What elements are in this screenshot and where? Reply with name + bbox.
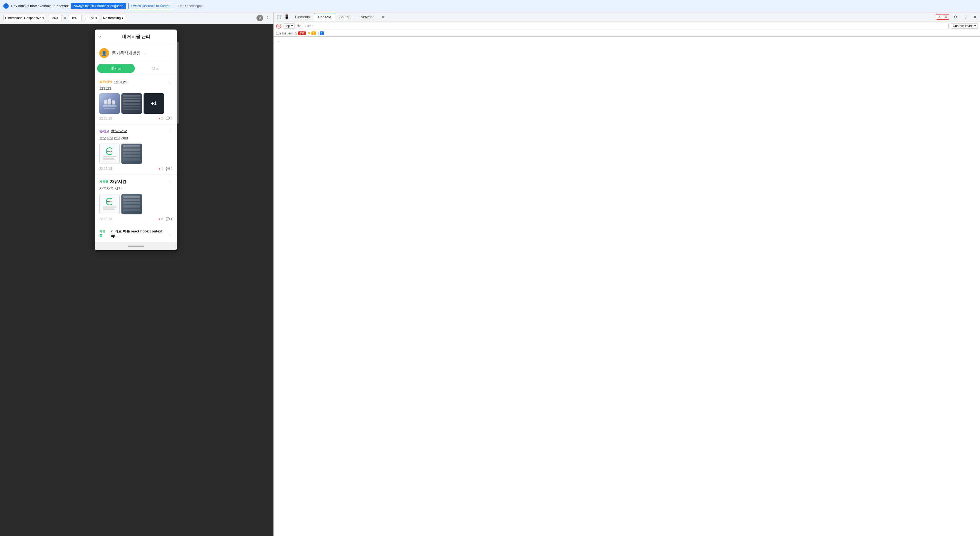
post-item: 질문/답변 123123 ⋮ 123123: [95, 75, 177, 124]
devtools-tab-bar: ⬚ 📱 Elements Console Sources Network » ⚠…: [274, 12, 980, 22]
tab-console[interactable]: Console: [314, 13, 335, 21]
post-image-chart2: 100%: [99, 194, 120, 215]
mobile-frame-wrapper: ‹ 내 게시물 관리 👤 동거동락개발팀 › 게시글 댓글: [95, 30, 178, 250]
post-images: 100%: [99, 194, 173, 215]
post-date: 22.10.13: [99, 217, 112, 221]
device-toolbar-icon[interactable]: 📱: [283, 13, 291, 21]
post-title: 리액트 이론 react hook context ap…: [111, 229, 168, 238]
throttle-select[interactable]: No throttling ▾: [101, 15, 126, 21]
inspect-element-icon[interactable]: ⬚: [275, 13, 282, 21]
post-title-row: 질문/답변 123123: [99, 80, 168, 84]
dimension-separator: ×: [64, 16, 66, 20]
match-language-button[interactable]: Always match Chrome's language: [71, 3, 126, 9]
comments-stat: 💬 0: [166, 116, 173, 120]
height-input[interactable]: [68, 15, 82, 21]
zoom-label: 100%: [86, 16, 94, 20]
post-more-button[interactable]: ⋮: [168, 79, 173, 85]
console-filter-input[interactable]: [303, 23, 949, 29]
levels-dropdown-icon: ▾: [974, 24, 976, 28]
profile-name: 동거동락개발팀: [112, 51, 140, 56]
post-footer: 22.10.13 ♥ 1 💬 0: [99, 167, 173, 171]
issues-label: 139 Issues:: [276, 32, 293, 35]
post-category: 질문/답변: [99, 80, 112, 84]
post-title-row: 팁/정보 호오오오: [99, 129, 168, 134]
post-images: 100%: [99, 143, 173, 164]
browser-viewport: Dimensions: Responsive ▾ × 100% ▾ No thr…: [0, 12, 274, 536]
dismiss-banner-button[interactable]: Don't show again: [175, 3, 206, 9]
post-content: 자유자유 시간: [99, 186, 173, 191]
info-icon: i: [3, 3, 9, 9]
tab-sources[interactable]: Sources: [336, 13, 356, 21]
mobile-bottom-bar: [95, 242, 177, 250]
profile-section[interactable]: 👤 동거동락개발팀 ›: [95, 44, 177, 62]
context-select[interactable]: top ▾: [283, 23, 295, 29]
post-header: 자유글 자유시간 ⋮: [99, 178, 173, 184]
network-condition-icon: ⊘: [256, 15, 263, 21]
tab-comment[interactable]: 댓글: [137, 64, 175, 73]
warning-issues-badge: ⚑ 1: [308, 32, 316, 35]
post-title: 자유시간: [110, 179, 126, 184]
throttle-label: No throttling: [103, 16, 121, 20]
post-more-button[interactable]: ⋮: [168, 231, 173, 237]
post-stats: ♥ 1 💬 0: [159, 167, 173, 171]
scrollbar[interactable]: [177, 41, 178, 124]
post-image-chart: 100%: [99, 143, 120, 164]
switch-korean-button[interactable]: Switch DevTools to Korean: [128, 3, 173, 9]
post-content: 123123: [99, 86, 173, 91]
context-label: top: [285, 24, 290, 28]
error-count-badge: 137: [298, 32, 306, 35]
more-devtools-icon[interactable]: ⋮: [961, 13, 969, 21]
app-header: ‹ 내 게시물 관리: [95, 30, 177, 44]
console-expand-button[interactable]: ›: [276, 40, 280, 44]
post-item: 자유글 자유시간 ⋮ 자유자유 시간 100%: [95, 175, 177, 225]
post-stats: ♥ 0 💬 1: [159, 217, 173, 221]
throttle-arrow-icon: ▾: [122, 16, 123, 20]
error-count-badge[interactable]: ⚠ 137: [936, 14, 950, 20]
error-count: 137: [942, 15, 947, 19]
post-image-office: [121, 143, 142, 164]
console-area: ›: [274, 37, 980, 536]
post-item: 팁/정보 호오오오 ⋮ 호오오오호오잇!!!! 100%: [95, 124, 177, 175]
post-image-2: [121, 93, 142, 114]
heart-icon: ♥: [159, 167, 161, 171]
post-image-3: +1: [143, 93, 164, 114]
banner-text: DevTools is now available in Korean!: [11, 4, 69, 8]
tab-elements[interactable]: Elements: [291, 13, 313, 21]
console-toolbar: 🚫 top ▾ 👁 Custom levels ▾: [274, 22, 980, 30]
tab-network[interactable]: Network: [357, 13, 378, 21]
devtools-toolbar-icons: ⚠ 137 ⚙ ⋮ ✕: [936, 13, 979, 21]
avatar: 👤: [99, 48, 109, 58]
likes-count: 1: [161, 167, 163, 171]
post-date: 22.10.19: [99, 116, 112, 120]
comment-icon: 💬: [166, 217, 170, 221]
issues-bar: 139 Issues: ⚠ 137 ⚑ 1 ℹ 1: [274, 30, 980, 37]
back-button[interactable]: ‹: [99, 33, 101, 40]
likes-count: 0: [161, 217, 163, 221]
tab-more[interactable]: »: [378, 13, 388, 21]
post-category: 자유글: [99, 180, 108, 184]
post-footer: 22.10.13 ♥ 0 💬 1: [99, 217, 173, 221]
width-input[interactable]: [48, 15, 62, 21]
likes-stat: ♥ 0: [159, 217, 163, 221]
responsive-mode-select[interactable]: Dimensions: Responsive ▾: [3, 15, 46, 21]
heart-icon: ♥: [159, 217, 161, 221]
likes-count: 1: [161, 116, 163, 120]
image-count-overlay: +1: [143, 93, 164, 114]
info-issues-badge: ℹ 1: [317, 32, 324, 35]
tab-post[interactable]: 게시글: [97, 64, 135, 73]
comments-count: 0: [170, 116, 173, 120]
eye-icon[interactable]: 👁: [297, 24, 301, 28]
more-options-icon[interactable]: ⋮: [265, 15, 270, 21]
post-more-button[interactable]: ⋮: [168, 178, 173, 184]
post-more-button[interactable]: ⋮: [168, 128, 173, 134]
zoom-select[interactable]: 100% ▾: [84, 15, 99, 21]
custom-levels-select[interactable]: Custom levels ▾: [951, 23, 978, 29]
post-image-1: [99, 93, 120, 114]
clear-console-button[interactable]: 🚫: [276, 23, 282, 29]
post-header: 팁/정보 호오오오 ⋮: [99, 128, 173, 134]
post-footer: 22.10.19 ♥ 1 💬 0: [99, 116, 173, 120]
close-devtools-icon[interactable]: ✕: [971, 13, 979, 21]
post-image-office2: [121, 194, 142, 215]
settings-icon[interactable]: ⚙: [951, 13, 959, 21]
post-stats: ♥ 1 💬 0: [159, 116, 173, 120]
